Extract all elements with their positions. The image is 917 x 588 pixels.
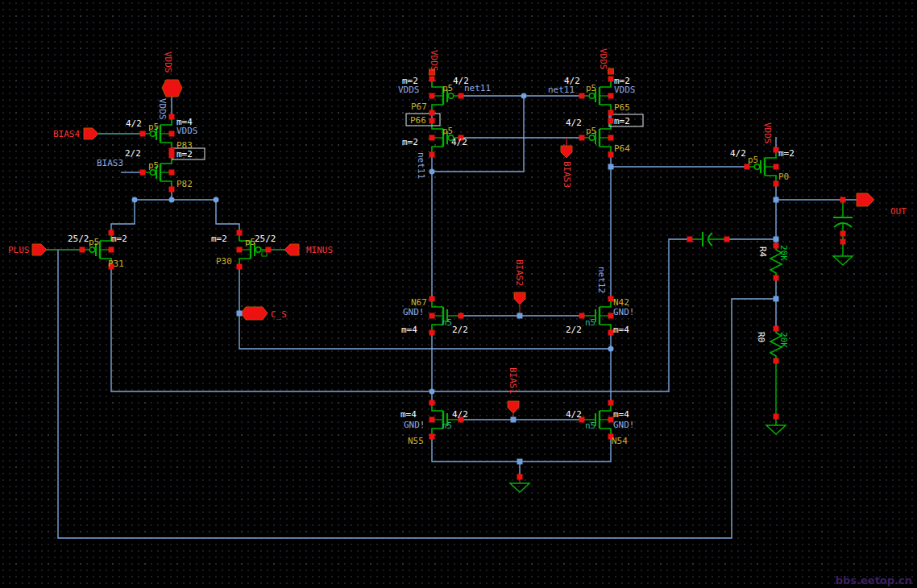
p83-size: 4/2 bbox=[126, 118, 142, 129]
terminal-square bbox=[429, 417, 435, 423]
n55-name: N55 bbox=[408, 436, 424, 446]
n67-bulk-net: GND! bbox=[403, 307, 425, 317]
capacitor-comp[interactable] bbox=[690, 232, 727, 246]
p30-size: 25/2 bbox=[255, 234, 276, 244]
terminal-square bbox=[80, 247, 85, 253]
terminal-square bbox=[517, 474, 523, 480]
bias2-label: BIAS2 bbox=[514, 259, 525, 286]
schematic-canvas[interactable]: VDDS VDDS BIAS4 4/2 p5 m=4 VDDS P83 2/2 … bbox=[0, 0, 917, 588]
ground-symbol-mid[interactable] bbox=[510, 483, 529, 492]
terminal-square bbox=[608, 77, 614, 82]
out-label: OUT bbox=[890, 206, 907, 217]
bias2-pin[interactable] bbox=[514, 292, 525, 304]
connector-square bbox=[774, 296, 779, 302]
vdds-supply-pin[interactable] bbox=[162, 80, 182, 97]
n42-model: n5 bbox=[585, 317, 595, 328]
p82-size: 2/2 bbox=[125, 148, 141, 159]
p82-mult: m=2 bbox=[176, 149, 193, 159]
terminal-square bbox=[608, 400, 614, 406]
p83-bulk-net: VDDS bbox=[176, 126, 198, 136]
p66-model: p5 bbox=[442, 126, 453, 136]
n54-mult: m=4 bbox=[613, 409, 629, 420]
p0-mult: m=2 bbox=[778, 148, 795, 159]
wire-junction-dot bbox=[132, 197, 138, 203]
ground-symbol-divider[interactable] bbox=[766, 425, 786, 434]
terminal-square bbox=[579, 313, 585, 319]
p66-size: 4/2 bbox=[451, 137, 467, 147]
cs-pin[interactable] bbox=[241, 307, 268, 320]
p64-size: 4/2 bbox=[566, 118, 582, 128]
wire-junction-dot bbox=[429, 389, 435, 395]
n42-mult: m=4 bbox=[613, 325, 629, 335]
terminal-square bbox=[429, 434, 435, 440]
n67-model: n5 bbox=[442, 317, 452, 328]
terminal-square bbox=[109, 247, 114, 253]
terminal-square bbox=[608, 118, 614, 124]
wire-tail-right[interactable] bbox=[216, 200, 239, 233]
connector-square bbox=[774, 197, 779, 203]
p30-model: p5 bbox=[245, 237, 255, 247]
p65-model: p5 bbox=[586, 83, 596, 93]
terminal-square bbox=[774, 358, 779, 364]
net11-right-label: net11 bbox=[548, 85, 575, 95]
net11-trunk-label: net11 bbox=[416, 152, 426, 179]
plus-pin[interactable] bbox=[32, 244, 47, 255]
bias1-label: BIAS1 bbox=[508, 367, 518, 394]
r0-value: 20K bbox=[778, 332, 789, 348]
vdds-mid-right-label: VDDS bbox=[598, 48, 608, 70]
p64-name: P64 bbox=[614, 143, 630, 154]
capacitor-load[interactable] bbox=[833, 200, 853, 256]
p67-bulk-net: VDDS bbox=[398, 85, 420, 95]
terminal-square bbox=[429, 152, 435, 158]
p67-model: p5 bbox=[442, 83, 453, 93]
p65-name: P65 bbox=[614, 102, 630, 113]
bias3-casc-label: BIAS3 bbox=[562, 161, 572, 188]
terminal-square bbox=[429, 400, 435, 406]
n54-size: 4/2 bbox=[566, 409, 582, 420]
terminal-square bbox=[429, 330, 435, 336]
n67-size: 2/2 bbox=[452, 325, 468, 335]
terminal-square bbox=[429, 110, 435, 116]
p64-mult: m=2 bbox=[614, 116, 630, 126]
wire-gnd-rail[interactable] bbox=[432, 437, 611, 462]
terminal-square bbox=[840, 239, 846, 245]
terminal-square bbox=[774, 243, 779, 249]
n55-mult: m=4 bbox=[400, 409, 417, 420]
n42-bulk-net: GND! bbox=[613, 307, 635, 317]
wire-tail-left[interactable] bbox=[111, 200, 135, 233]
vdds-net-label: VDDS bbox=[157, 98, 168, 120]
terminal-square bbox=[608, 110, 614, 116]
bias4-label: BIAS4 bbox=[53, 129, 80, 139]
connector-square bbox=[517, 459, 523, 465]
wire-junction-dot bbox=[214, 197, 219, 203]
n42-size: 2/2 bbox=[566, 325, 582, 335]
terminal-square bbox=[169, 153, 175, 159]
terminal-square bbox=[169, 170, 175, 176]
terminal-square bbox=[774, 275, 779, 281]
ground-symbol-load[interactable] bbox=[833, 256, 853, 265]
p0-name: P0 bbox=[778, 172, 789, 182]
connector-square bbox=[237, 311, 243, 317]
net12-label: net12 bbox=[596, 267, 607, 293]
bias1-pin[interactable] bbox=[508, 401, 519, 413]
n55-model: n5 bbox=[442, 420, 452, 431]
terminal-square bbox=[169, 131, 175, 137]
terminal-square bbox=[458, 313, 464, 319]
minus-pin[interactable] bbox=[284, 244, 299, 255]
p31-mult: m=2 bbox=[111, 234, 127, 244]
p82-model: p5 bbox=[148, 160, 159, 171]
out-pin[interactable] bbox=[857, 193, 874, 206]
n55-size: 4/2 bbox=[452, 409, 468, 420]
bias4-pin[interactable] bbox=[84, 128, 98, 139]
p82-name: P82 bbox=[176, 179, 193, 189]
bias3-net-label: BIAS3 bbox=[97, 158, 123, 168]
cs-label: C_S bbox=[271, 309, 287, 320]
net11-left-label: net11 bbox=[464, 83, 491, 93]
connector-square bbox=[511, 417, 517, 423]
bias3-pin[interactable] bbox=[561, 146, 572, 158]
terminal-square bbox=[237, 247, 243, 253]
wire-p30-drain-feed[interactable] bbox=[239, 267, 611, 349]
n54-bulk-net: GND! bbox=[613, 420, 635, 430]
terminal-square bbox=[429, 135, 435, 141]
terminal-square bbox=[169, 148, 175, 154]
